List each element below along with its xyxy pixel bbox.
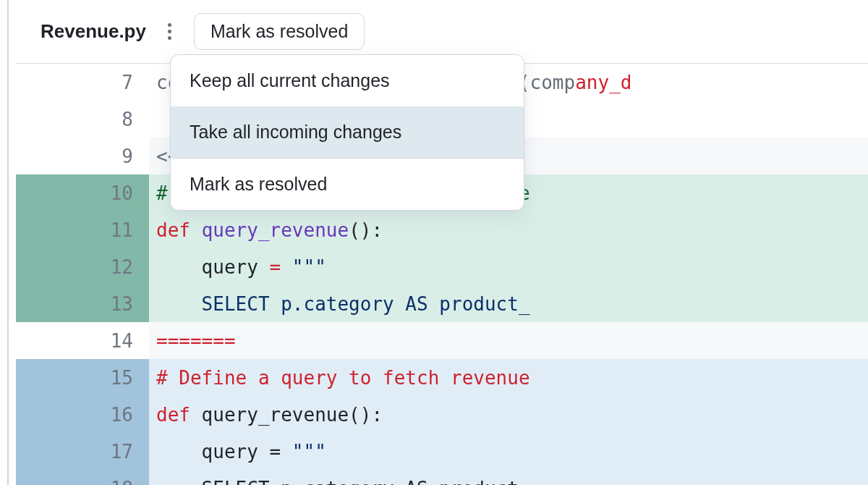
code-line[interactable]: ======= [149,322,868,359]
keep-current-option[interactable]: Keep all current changes [171,55,524,106]
line-number[interactable]: 14 [16,322,149,359]
code-row: 14======= [16,322,868,359]
line-number[interactable]: 8 [16,101,149,138]
code-line[interactable]: def query_revenue(): [149,211,868,248]
line-number[interactable]: 10 [16,174,149,211]
line-number[interactable]: 13 [16,285,149,322]
left-border-rule [7,0,9,485]
line-number[interactable]: 7 [16,64,149,101]
line-number[interactable]: 11 [16,211,149,248]
code-row: 17 query = """ [16,433,868,470]
code-row: 11def query_revenue(): [16,211,868,248]
line-number[interactable]: 17 [16,433,149,470]
take-incoming-option[interactable]: Take all incoming changes [171,106,524,158]
conflict-actions-dropdown: Keep all current changes Take all incomi… [170,54,524,211]
mark-resolved-button[interactable]: Mark as resolved [194,13,365,50]
filename: Revenue.py [41,20,146,43]
line-number[interactable]: 15 [16,359,149,396]
line-number[interactable]: 12 [16,248,149,285]
code-row: 13 SELECT p.category AS product_ [16,285,868,322]
code-line[interactable]: query = """ [149,248,868,285]
kebab-dot-icon [168,30,171,33]
code-row: 12 query = """ [16,248,868,285]
code-row: 16def query_revenue(): [16,396,868,433]
kebab-dot-icon [168,23,171,27]
code-line[interactable]: SELECT p.category AS product_ [149,470,868,485]
line-number[interactable]: 18 [16,470,149,485]
code-line[interactable]: query = """ [149,433,868,470]
mark-resolved-option[interactable]: Mark as resolved [171,159,524,210]
line-number[interactable]: 16 [16,396,149,433]
code-line[interactable]: SELECT p.category AS product_ [149,285,868,322]
line-number[interactable]: 9 [16,138,149,174]
code-row: 18 SELECT p.category AS product_ [16,470,868,485]
kebab-dot-icon [168,36,171,40]
kebab-menu-button[interactable] [159,21,181,43]
code-line[interactable]: # Define a query to fetch revenue [149,359,868,396]
code-line[interactable]: def query_revenue(): [149,396,868,433]
code-row: 15# Define a query to fetch revenue [16,359,868,396]
